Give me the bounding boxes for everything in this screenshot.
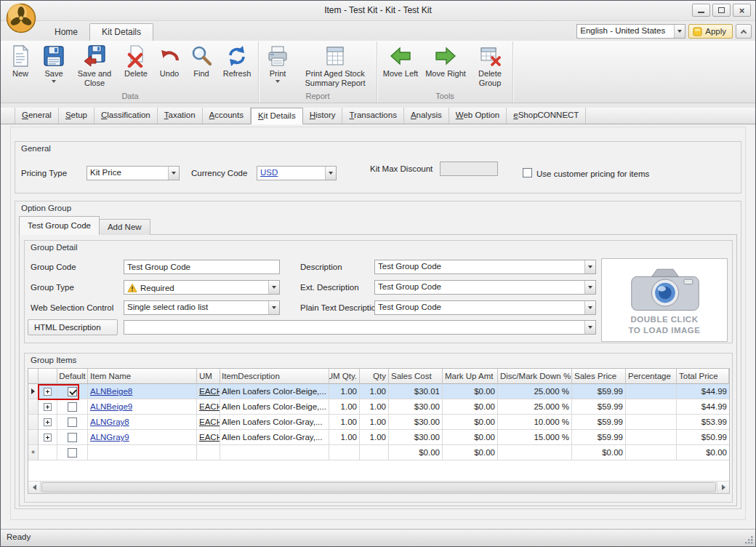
percentage-cell[interactable]: [626, 384, 677, 399]
percentage-cell[interactable]: [626, 399, 677, 415]
ribbon-tab-home[interactable]: Home: [43, 24, 89, 41]
tab-add-new[interactable]: Add New: [100, 219, 150, 235]
item-name-link[interactable]: ALNBeige8: [90, 387, 132, 396]
item-description-cell[interactable]: Allen Loafers Color-Gray,...: [220, 430, 329, 445]
delete-group-button[interactable]: Delete Group: [469, 42, 511, 91]
um-cell[interactable]: [197, 445, 220, 460]
sales-price-cell[interactable]: $0.00: [572, 445, 626, 460]
default-checkbox[interactable]: [68, 402, 77, 412]
header-disc-mark-down[interactable]: Disc/Mark Down %: [498, 369, 572, 384]
item-name-link[interactable]: ALNGray9: [90, 433, 129, 442]
html-description-select[interactable]: [124, 320, 596, 335]
language-select[interactable]: English - United States: [576, 24, 685, 39]
ribbon-tab-kit-details[interactable]: Kit Details: [89, 23, 153, 41]
apply-button[interactable]: Apply: [688, 24, 733, 39]
use-customer-pricing-checkbox[interactable]: [523, 168, 532, 177]
header-item-name[interactable]: Item Name: [88, 369, 197, 384]
ext-description-dropdown-button[interactable]: [584, 281, 595, 294]
mark-up-amt-cell[interactable]: $0.00: [443, 430, 498, 445]
save-button[interactable]: Save: [37, 42, 71, 91]
header-percentage[interactable]: Percentage: [626, 369, 677, 384]
sales-cost-cell[interactable]: $0.00: [389, 445, 443, 460]
tab-taxation[interactable]: Taxation: [158, 108, 203, 124]
um-qty-cell[interactable]: 1.00: [329, 430, 360, 445]
total-price-cell[interactable]: $44.99: [677, 399, 729, 415]
move-right-button[interactable]: Move Right: [422, 42, 469, 91]
header-um[interactable]: UM: [197, 369, 220, 384]
delete-button[interactable]: Delete: [118, 42, 153, 91]
tab-accounts[interactable]: Accounts: [203, 108, 251, 124]
disc-mark-down-cell[interactable]: [498, 445, 572, 460]
refresh-button[interactable]: Refresh: [217, 42, 257, 91]
um-link[interactable]: EACH: [199, 418, 220, 426]
web-selection-control-dropdown-button[interactable]: [268, 301, 279, 314]
item-description-cell[interactable]: Allen Loafers Color-Beige,...: [220, 384, 329, 399]
disc-mark-down-cell[interactable]: 10.000 %: [498, 415, 572, 430]
qty-cell[interactable]: 1.00: [360, 399, 389, 415]
new-button[interactable]: New: [4, 42, 37, 91]
kit-max-discount-input[interactable]: [440, 161, 498, 176]
header-sales-cost[interactable]: Sales Cost: [389, 369, 443, 384]
total-price-cell[interactable]: $50.99: [677, 430, 729, 445]
print-button[interactable]: Print: [260, 42, 295, 91]
tab-history[interactable]: History: [303, 108, 343, 124]
item-description-cell[interactable]: [220, 445, 329, 460]
sales-price-cell[interactable]: $59.99: [572, 384, 626, 399]
um-link[interactable]: EACH: [199, 433, 220, 442]
move-left-button[interactable]: Move Left: [379, 42, 422, 91]
tab-analysis[interactable]: Analysis: [404, 108, 449, 124]
qty-cell[interactable]: [360, 445, 389, 460]
um-qty-cell[interactable]: 1.00: [329, 415, 360, 430]
expand-row-button[interactable]: [44, 403, 52, 411]
close-button[interactable]: ×: [733, 4, 751, 17]
grid-horizontal-scrollbar[interactable]: [28, 481, 729, 493]
mark-up-amt-cell[interactable]: $0.00: [443, 384, 498, 399]
header-item-description[interactable]: ItemDescription: [220, 369, 329, 384]
sales-cost-cell[interactable]: $30.00: [389, 415, 443, 430]
pricing-type-dropdown-button[interactable]: [168, 167, 179, 180]
item-name-link[interactable]: ALNGray8: [90, 418, 129, 426]
mark-up-amt-cell[interactable]: $0.00: [443, 415, 498, 430]
scroll-right-button[interactable]: [717, 482, 729, 493]
expand-row-button[interactable]: [44, 418, 52, 426]
sales-cost-cell[interactable]: $30.01: [389, 384, 443, 399]
sales-cost-cell[interactable]: $30.00: [389, 430, 443, 445]
maximize-button[interactable]: [712, 4, 731, 17]
percentage-cell[interactable]: [626, 445, 677, 460]
sales-price-cell[interactable]: $59.99: [572, 430, 626, 445]
default-checkbox[interactable]: [68, 418, 77, 427]
sales-price-cell[interactable]: $59.99: [572, 399, 626, 415]
tab-general[interactable]: General: [15, 108, 59, 124]
item-name-cell[interactable]: [88, 445, 197, 460]
save-and-close-button[interactable]: Save and Close: [71, 42, 118, 91]
um-qty-cell[interactable]: 1.00: [329, 384, 360, 399]
disc-mark-down-cell[interactable]: 25.000 %: [498, 399, 572, 415]
print-dropdown-arrow-icon[interactable]: [276, 80, 280, 83]
expand-row-button[interactable]: [44, 434, 52, 442]
header-mark-up-amt[interactable]: Mark Up Amt: [443, 369, 498, 384]
disc-mark-down-cell[interactable]: 15.000 %: [498, 430, 572, 445]
find-button[interactable]: Find: [185, 42, 217, 91]
default-checkbox[interactable]: [68, 387, 77, 396]
tab-classification[interactable]: Classification: [94, 108, 158, 124]
group-type-dropdown-button[interactable]: [268, 281, 279, 294]
mark-up-amt-cell[interactable]: $0.00: [443, 445, 498, 460]
web-selection-control-select[interactable]: Single select radio list: [124, 300, 280, 315]
html-description-dropdown-button[interactable]: [584, 321, 595, 334]
default-checkbox[interactable]: [68, 448, 77, 458]
default-checkbox[interactable]: [68, 433, 77, 442]
sales-cost-cell[interactable]: $30.00: [389, 399, 443, 415]
plain-text-description-dropdown-button[interactable]: [584, 301, 595, 314]
print-aged-stock-summary-report-button[interactable]: Print Aged Stock Summary Report: [295, 42, 375, 91]
description-dropdown-button[interactable]: [584, 260, 595, 274]
tab-kit-details[interactable]: Kit Details: [251, 108, 303, 124]
grid-row[interactable]: ALNBeige9 EACH Allen Loafers Color-Beige…: [28, 399, 729, 415]
minimize-button[interactable]: [692, 4, 710, 17]
um-qty-cell[interactable]: 1.00: [329, 399, 360, 415]
grid-row[interactable]: ALNGray8 EACH Allen Loafers Color-Gray,.…: [28, 415, 729, 430]
mark-up-amt-cell[interactable]: $0.00: [443, 399, 498, 415]
item-image-dropzone[interactable]: DOUBLE CLICK TO LOAD IMAGE: [601, 258, 728, 342]
scrollbar-thumb[interactable]: [41, 482, 716, 492]
group-type-select[interactable]: Required: [124, 280, 280, 295]
tab-web-option[interactable]: Web Option: [449, 108, 507, 124]
